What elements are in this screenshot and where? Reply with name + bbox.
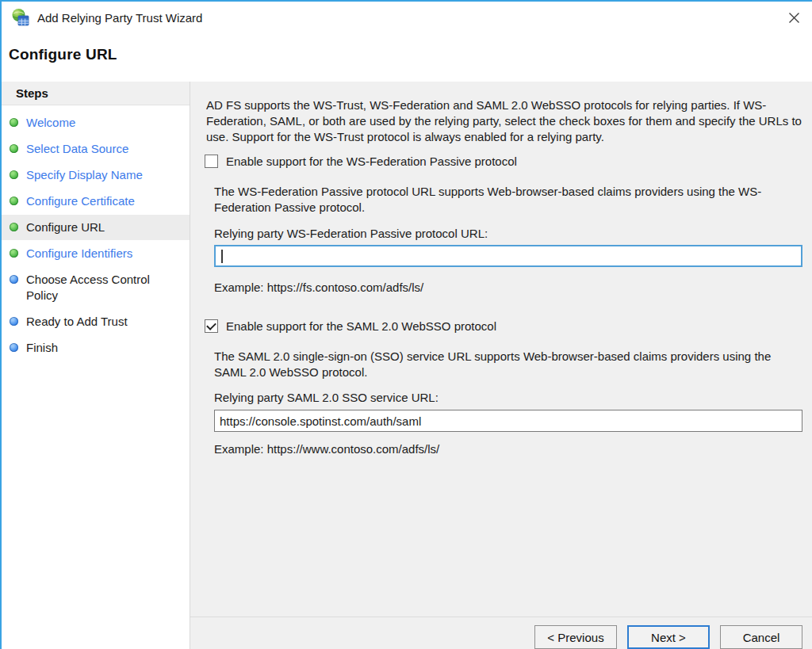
saml-url-label: Relying party SAML 2.0 SSO service URL: [214,390,802,406]
step-select-data-source[interactable]: Select Data Source [2,136,190,162]
step-specify-display-name[interactable]: Specify Display Name [2,162,190,188]
wizard-content-pane: AD FS supports the WS-Trust, WS-Federati… [190,82,812,649]
step-welcome[interactable]: Welcome [2,110,190,136]
wsfed-example-text: Example: https://fs.contoso.com/adfs/ls/ [214,280,802,296]
steps-sidebar: Steps Welcome Select Data Source Specify… [2,82,190,649]
step-completed-icon [10,249,18,258]
wizard-footer: < Previous Next > Cancel [190,617,812,649]
next-button[interactable]: Next > [627,625,710,649]
step-choose-access-control-policy: Choose Access Control Policy [2,267,190,308]
wsfed-checkbox-row[interactable]: Enable support for the WS-Federation Pas… [205,154,802,170]
step-completed-icon [10,118,18,127]
adfs-app-icon [11,8,30,27]
wsfed-url-input-wrap [214,245,802,267]
saml-description: The SAML 2.0 single-sign-on (SSO) servic… [214,349,797,380]
wsfed-checkbox[interactable] [205,155,218,168]
wizard-window: Add Relying Party Trust Wizard Configure… [0,0,812,649]
wsfed-url-input[interactable] [214,245,802,267]
text-caret [221,250,223,263]
close-button[interactable] [782,6,806,29]
step-upcoming-icon [10,275,18,284]
step-label: Specify Display Name [26,167,143,183]
step-label: Welcome [26,115,75,131]
step-label: Finish [26,340,58,356]
saml-checkbox-row[interactable]: Enable support for the SAML 2.0 WebSSO p… [205,319,802,334]
saml-url-input-wrap [214,410,802,432]
step-finish: Finish [2,335,190,361]
wsfed-description: The WS-Federation Passive protocol URL s… [214,184,797,216]
step-label: Configure URL [26,220,105,235]
step-completed-icon [10,170,18,179]
step-upcoming-icon [10,343,18,352]
step-configure-certificate[interactable]: Configure Certificate [2,189,190,214]
step-completed-icon [10,197,18,205]
title-bar: Add Relying Party Trust Wizard [2,2,812,33]
wsfed-url-label: Relying party WS-Federation Passive prot… [214,226,802,242]
step-configure-url-current: Configure URL [2,215,190,240]
step-label: Configure Certificate [26,193,135,209]
step-completed-icon [10,144,18,153]
saml-checkbox[interactable] [205,319,218,333]
wsfed-checkbox-label: Enable support for the WS-Federation Pas… [226,154,517,170]
step-ready-to-add-trust: Ready to Add Trust [2,309,190,334]
cancel-button[interactable]: Cancel [720,625,802,649]
step-upcoming-icon [10,317,18,326]
step-label: Select Data Source [26,141,128,157]
steps-header: Steps [2,82,190,105]
steps-list: Welcome Select Data Source Specify Displ… [2,110,190,361]
step-label: Choose Access Control Policy [26,272,159,304]
page-heading-area: Configure URL [2,33,812,82]
page-title: Configure URL [9,46,806,63]
previous-button[interactable]: < Previous [534,625,617,649]
close-icon [788,12,800,24]
step-label: Configure Identifiers [26,246,132,262]
step-configure-identifiers[interactable]: Configure Identifiers [2,241,190,266]
window-title: Add Relying Party Trust Wizard [37,11,202,25]
intro-text: AD FS supports the WS-Trust, WS-Federati… [206,97,802,145]
saml-url-input[interactable] [214,410,802,432]
saml-checkbox-label: Enable support for the SAML 2.0 WebSSO p… [226,319,496,334]
step-completed-icon [10,223,18,231]
saml-example-text: Example: https://www.contoso.com/adfs/ls… [214,441,802,457]
step-label: Ready to Add Trust [26,314,128,330]
